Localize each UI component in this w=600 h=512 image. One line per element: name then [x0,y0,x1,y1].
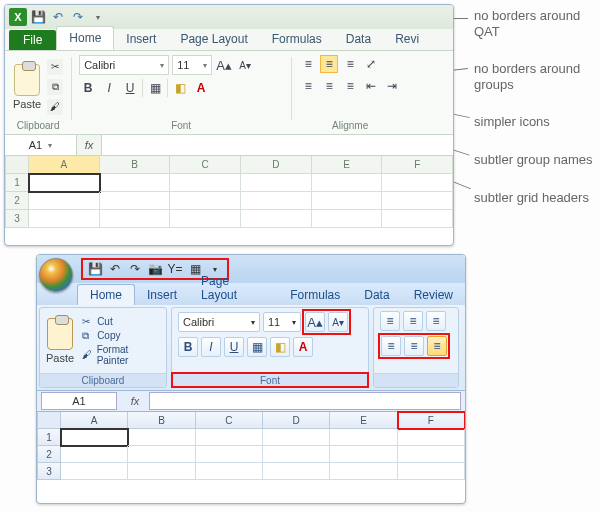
row-header[interactable]: 2 [37,446,61,463]
col-header[interactable]: D [241,156,312,174]
data-tab[interactable]: Data [334,28,383,50]
orientation-icon[interactable]: ⤢ [362,55,380,73]
col-header[interactable]: A [29,156,100,174]
col-header[interactable]: B [128,412,195,429]
font-size-dropdown[interactable]: 11▾ [263,312,301,332]
grow-font-icon[interactable]: A▴ [305,312,325,332]
row-header[interactable]: 1 [37,429,61,446]
col-header[interactable]: E [330,412,397,429]
align-top-icon[interactable]: ≡ [299,55,317,73]
font-color-button[interactable]: A [293,337,313,357]
formulas-tab[interactable]: Formulas [278,285,352,305]
col-header[interactable]: C [196,412,263,429]
name-box[interactable]: A1▾ [5,135,77,155]
increase-indent-icon[interactable]: ⇥ [383,77,401,95]
italic-button[interactable]: I [201,337,221,357]
align-left-icon[interactable]: ≡ [299,77,317,95]
row-header[interactable]: 1 [5,174,29,192]
copy-icon[interactable]: ⧉ [47,79,63,95]
office-button-icon[interactable] [39,258,73,292]
pagelayout-tab[interactable]: Page Layout [189,271,278,305]
home-tab[interactable]: Home [56,26,114,50]
paste-button[interactable]: Paste [46,318,74,364]
align-middle-icon[interactable]: ≡ [320,55,338,73]
paste-label: Paste [13,98,41,110]
underline-button[interactable]: U [224,337,244,357]
bold-button[interactable]: B [79,79,97,97]
alignment-group-label [374,373,458,387]
format-painter-icon[interactable]: 🖌 [47,99,63,115]
formulas-tab[interactable]: Formulas [260,28,334,50]
underline-button[interactable]: U [121,79,139,97]
save-icon[interactable]: 💾 [87,261,103,277]
align-top-icon[interactable]: ≡ [380,311,400,331]
col-header[interactable]: D [263,412,330,429]
file-tab[interactable]: File [9,30,56,50]
align-right-icon[interactable]: ≡ [341,77,359,95]
row-header[interactable]: 3 [5,210,29,228]
grow-font-icon[interactable]: A▴ [215,56,233,74]
print-preview-icon[interactable]: 📷 [147,261,163,277]
shrink-font-icon[interactable]: A▾ [236,56,254,74]
undo-icon[interactable]: ↶ [107,261,123,277]
insert-tab[interactable]: Insert [114,28,168,50]
col-header[interactable]: B [100,156,171,174]
copy-button[interactable]: ⧉Copy [82,330,160,342]
formula-bar: A1 fx [37,391,465,412]
fx-label[interactable]: fx [77,139,101,151]
select-all-corner[interactable] [37,412,61,429]
italic-button[interactable]: I [100,79,118,97]
border-button[interactable]: ▦ [247,337,267,357]
pagelayout-tab[interactable]: Page Layout [168,28,259,50]
save-icon[interactable]: 💾 [31,10,45,24]
row-header[interactable]: 3 [37,463,61,480]
col-header[interactable]: C [170,156,241,174]
data-tab[interactable]: Data [352,285,401,305]
align-middle-icon[interactable]: ≡ [403,311,423,331]
formula-input[interactable] [149,392,461,410]
decrease-indent-icon[interactable]: ⇤ [362,77,380,95]
redo-icon[interactable]: ↷ [127,261,143,277]
align-bottom-icon[interactable]: ≡ [426,311,446,331]
align-center-icon[interactable]: ≡ [320,77,338,95]
font-group: Calibri▾ 11▾ A▴ A▾ B I U ▦ ◧ A Font [71,51,291,134]
bold-button[interactable]: B [178,337,198,357]
fill-color-button[interactable]: ◧ [171,79,189,97]
cell[interactable] [29,174,100,192]
align-bottom-icon[interactable]: ≡ [341,55,359,73]
col-header[interactable]: A [61,412,128,429]
cut-icon[interactable]: ✂ [47,59,63,75]
redo-icon[interactable]: ↷ [71,10,85,24]
border-button[interactable]: ▦ [146,79,164,97]
cell[interactable] [61,429,128,446]
col-header[interactable]: F [398,412,465,429]
align-left-icon[interactable]: ≡ [381,336,401,356]
select-all-corner[interactable] [5,156,29,174]
paste-button[interactable]: Paste [13,64,41,110]
align-right-icon[interactable]: ≡ [427,336,447,356]
align-center-icon[interactable]: ≡ [404,336,424,356]
review-tab[interactable]: Review [402,285,465,305]
col-header[interactable]: F [382,156,453,174]
formula-input[interactable] [101,135,453,155]
qat-dropdown-icon[interactable]: ▾ [91,10,105,24]
quick-print-icon[interactable]: Y= [167,261,183,277]
name-box[interactable]: A1 [41,392,117,410]
ribbon-tabs: Home Insert Page Layout Formulas Data Re… [37,283,465,305]
fx-label[interactable]: fx [121,395,149,407]
home-tab[interactable]: Home [77,284,135,305]
cut-button[interactable]: ✂Cut [82,316,160,328]
review-tab[interactable]: Revi [383,28,431,50]
insert-tab[interactable]: Insert [135,285,189,305]
row-header[interactable]: 2 [5,192,29,210]
font-size-dropdown[interactable]: 11▾ [172,55,212,75]
shrink-font-icon[interactable]: A▾ [328,312,348,332]
format-painter-button[interactable]: 🖌Format Painter [82,344,160,366]
font-color-button[interactable]: A [192,79,210,97]
font-name-dropdown[interactable]: Calibri▾ [178,312,260,332]
col-header[interactable]: E [312,156,383,174]
font-name-dropdown[interactable]: Calibri▾ [79,55,169,75]
fill-color-button[interactable]: ◧ [270,337,290,357]
quick-access-toolbar: 💾 ↶ ↷ ▾ [31,10,105,24]
undo-icon[interactable]: ↶ [51,10,65,24]
